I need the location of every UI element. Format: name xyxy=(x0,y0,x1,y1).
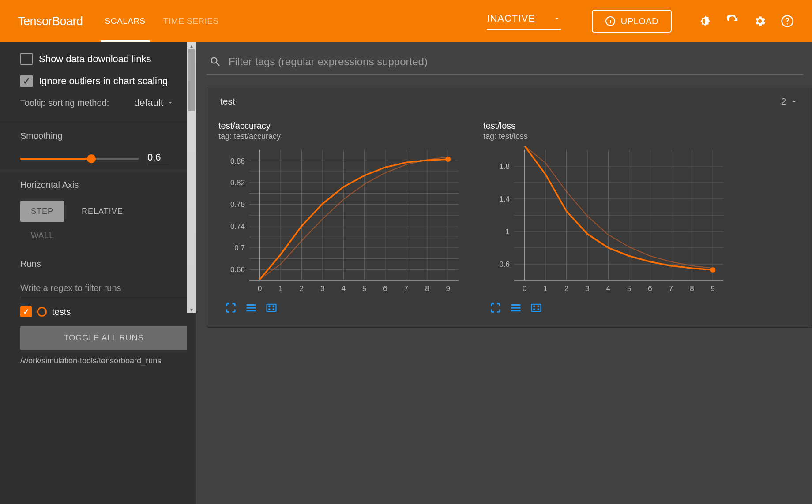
brightness-icon xyxy=(699,15,712,28)
svg-text:1.8: 1.8 xyxy=(499,162,510,171)
chart-plot[interactable]: 01234567890.611.41.8 xyxy=(483,146,730,296)
tab-time-series[interactable]: TIME SERIES xyxy=(163,0,219,42)
svg-point-93 xyxy=(538,309,539,310)
chart-fit-domain-button[interactable] xyxy=(265,302,278,314)
chart-title: test/loss xyxy=(483,121,730,131)
axis-relative-button[interactable]: RELATIVE xyxy=(71,201,134,222)
header-icon-group xyxy=(698,14,794,28)
svg-text:5: 5 xyxy=(362,284,366,293)
brand-logo: TensorBoard xyxy=(18,15,83,28)
svg-text:4: 4 xyxy=(342,284,346,293)
smoothing-value[interactable]: 0.6 xyxy=(147,152,169,165)
chart-card: test/loss tag: test/loss 01234567890.611… xyxy=(483,121,730,314)
chart-subtitle: tag: test/loss xyxy=(483,132,730,141)
runs-filter-input[interactable] xyxy=(20,280,187,297)
tooltip-sort-label: Tooltip sorting method: xyxy=(20,97,109,108)
smoothing-slider[interactable] xyxy=(20,158,139,160)
svg-point-48 xyxy=(269,306,270,306)
chart-group-title: test xyxy=(220,96,235,107)
sidebar-scrollbar[interactable]: ▲ ▼ xyxy=(187,42,196,313)
chart-fit-domain-button[interactable] xyxy=(530,302,542,314)
svg-text:0.86: 0.86 xyxy=(230,157,245,165)
main-content: Filter tags (regular expressions support… xyxy=(196,42,812,504)
svg-rect-2 xyxy=(610,19,611,19)
svg-text:1: 1 xyxy=(543,284,547,293)
chart-toolbar xyxy=(483,302,730,314)
chart-group: test 2 test/accuracy tag: test/accuracy … xyxy=(207,88,812,328)
svg-text:0.78: 0.78 xyxy=(230,200,245,209)
chevron-up-icon xyxy=(789,97,798,106)
chart-expand-button[interactable] xyxy=(489,302,502,314)
chevron-down-icon xyxy=(167,99,174,106)
chart-subtitle: tag: test/accuracy xyxy=(218,132,466,141)
run-color-swatch xyxy=(37,307,47,317)
chart-title: test/accuracy xyxy=(218,121,466,131)
svg-text:0.82: 0.82 xyxy=(230,179,245,187)
svg-text:6: 6 xyxy=(648,284,652,293)
svg-rect-87 xyxy=(511,307,521,309)
svg-text:0: 0 xyxy=(523,284,526,293)
svg-text:8: 8 xyxy=(690,284,694,293)
scrollbar-down-icon[interactable]: ▼ xyxy=(188,306,195,313)
svg-text:2: 2 xyxy=(564,284,568,293)
runs-label: Runs xyxy=(20,259,187,269)
svg-point-50 xyxy=(269,309,270,310)
info-icon xyxy=(605,16,616,26)
scrollbar-thumb[interactable] xyxy=(188,49,195,111)
chart-expand-button[interactable] xyxy=(225,302,237,314)
svg-point-91 xyxy=(538,306,539,306)
run-name: tests xyxy=(52,307,71,317)
settings-button[interactable] xyxy=(753,14,767,28)
axis-wall-button[interactable]: WALL xyxy=(20,225,64,246)
svg-text:1: 1 xyxy=(278,284,282,293)
tag-filter-placeholder: Filter tags (regular expressions support… xyxy=(229,56,428,68)
svg-text:5: 5 xyxy=(627,284,631,293)
show-download-label: Show data download links xyxy=(39,53,151,65)
logdir-path: /work/simulation-tools/tensorboard_runs xyxy=(20,356,187,366)
run-row[interactable]: tests xyxy=(20,306,187,317)
search-icon xyxy=(209,56,222,68)
inactive-dropdown-label: INACTIVE xyxy=(487,13,535,24)
tab-scalars[interactable]: SCALARS xyxy=(105,0,146,42)
svg-point-85 xyxy=(710,267,715,273)
svg-text:7: 7 xyxy=(404,284,408,293)
svg-rect-44 xyxy=(247,304,256,306)
svg-rect-45 xyxy=(247,307,256,309)
upload-button[interactable]: UPLOAD xyxy=(592,10,672,33)
svg-rect-89 xyxy=(532,304,541,311)
horizontal-axis-label: Horizontal Axis xyxy=(20,180,187,190)
chart-toolbar xyxy=(218,302,466,314)
axis-step-button[interactable]: STEP xyxy=(20,201,64,222)
svg-point-51 xyxy=(273,309,274,310)
header-tabs: SCALARS TIME SERIES xyxy=(105,0,219,42)
svg-rect-86 xyxy=(511,304,521,306)
scrollbar-up-icon[interactable]: ▲ xyxy=(188,42,195,49)
chart-plot[interactable]: 01234567890.660.70.740.780.820.86 xyxy=(218,146,466,296)
help-button[interactable] xyxy=(780,14,794,28)
refresh-icon xyxy=(726,15,739,28)
tag-filter-row[interactable]: Filter tags (regular expressions support… xyxy=(207,53,803,75)
svg-text:0.66: 0.66 xyxy=(230,265,245,274)
smoothing-label: Smoothing xyxy=(20,131,187,141)
ignore-outliers-checkbox[interactable] xyxy=(20,75,33,87)
help-icon xyxy=(781,15,794,28)
svg-text:4: 4 xyxy=(606,284,610,293)
tooltip-sort-select[interactable]: default xyxy=(134,97,174,108)
theme-toggle-button[interactable] xyxy=(698,14,712,28)
svg-text:3: 3 xyxy=(320,284,324,293)
chart-toggle-lines-button[interactable] xyxy=(245,302,257,314)
reload-button[interactable] xyxy=(726,14,740,28)
chart-toggle-lines-button[interactable] xyxy=(510,302,522,314)
run-checkbox[interactable] xyxy=(20,306,32,317)
svg-point-92 xyxy=(534,309,534,310)
show-download-checkbox[interactable] xyxy=(20,53,33,65)
svg-point-90 xyxy=(534,306,534,306)
svg-text:7: 7 xyxy=(669,284,673,293)
chart-group-header[interactable]: test 2 xyxy=(207,88,812,115)
svg-rect-47 xyxy=(267,304,276,311)
slider-handle[interactable] xyxy=(87,154,96,163)
toggle-all-runs-button[interactable]: TOGGLE ALL RUNS xyxy=(20,326,187,350)
svg-text:0.7: 0.7 xyxy=(234,244,245,252)
inactive-dropdown[interactable]: INACTIVE xyxy=(487,13,560,30)
svg-point-49 xyxy=(273,306,274,306)
